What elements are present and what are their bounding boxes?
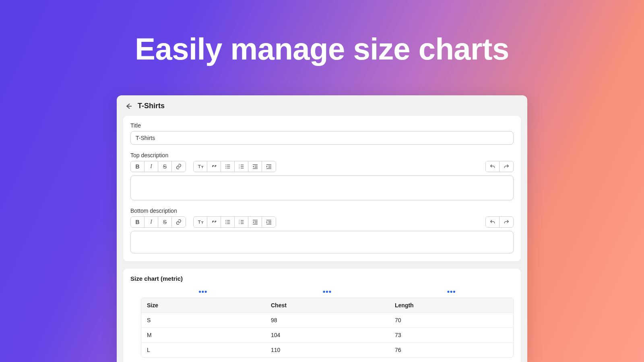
page-header: T-Shirts <box>117 95 527 116</box>
title-field-label: Title <box>130 122 514 129</box>
bottom-description-label: Bottom description <box>130 208 514 214</box>
undo-icon <box>489 163 496 170</box>
cell-chest[interactable]: 110 <box>265 343 389 357</box>
bullet-list-icon <box>225 219 231 225</box>
svg-rect-17 <box>268 166 271 166</box>
redo-button[interactable] <box>500 161 513 172</box>
format-group-inline: B I S <box>130 161 186 172</box>
svg-rect-16 <box>266 165 271 165</box>
size-chart-title: Size chart (metric) <box>130 275 514 282</box>
arrow-left-icon <box>125 102 133 110</box>
redo-icon <box>503 163 510 170</box>
bottom-description-editor[interactable] <box>130 231 514 253</box>
redo-button[interactable] <box>500 217 513 227</box>
svg-point-0 <box>225 165 226 165</box>
svg-point-20 <box>225 220 226 221</box>
svg-rect-31 <box>241 223 244 224</box>
indent-button[interactable] <box>262 217 276 227</box>
col-header-chest: Chest <box>265 298 389 313</box>
row-drag-handle[interactable] <box>141 328 141 342</box>
top-description-editor[interactable] <box>130 175 514 200</box>
cell-size[interactable]: L <box>141 343 265 357</box>
outdent-icon <box>252 219 258 225</box>
numbered-list-button[interactable]: 123 <box>235 217 248 227</box>
table-row: L 110 76 <box>141 343 513 357</box>
cell-size[interactable]: M <box>141 328 265 342</box>
top-description-label: Top description <box>130 152 514 158</box>
indent-icon <box>266 163 272 170</box>
strikethrough-button[interactable]: S <box>158 161 172 172</box>
undo-icon <box>489 219 496 225</box>
history-group <box>485 161 514 172</box>
svg-point-1 <box>225 166 226 167</box>
svg-rect-15 <box>253 169 258 169</box>
bullet-list-button[interactable] <box>221 161 235 172</box>
outdent-button[interactable] <box>248 217 262 227</box>
heading-button[interactable] <box>194 217 207 227</box>
row-drag-handle[interactable] <box>141 313 141 327</box>
undo-button[interactable] <box>486 161 500 172</box>
quote-button[interactable] <box>207 161 221 172</box>
undo-button[interactable] <box>486 217 500 227</box>
quote-icon <box>211 219 217 225</box>
top-desc-toolbar: B I S <box>130 161 514 172</box>
format-group-block: 123 <box>193 216 276 228</box>
size-chart-card: Size chart (metric) ••• ••• ••• Size Che… <box>123 269 521 362</box>
svg-point-22 <box>225 223 226 224</box>
italic-button[interactable]: I <box>144 161 158 172</box>
back-button[interactable] <box>125 102 133 110</box>
numbered-list-icon: 123 <box>238 219 245 225</box>
bullet-list-icon <box>225 163 231 170</box>
cell-chest[interactable]: 98 <box>265 313 389 327</box>
italic-button[interactable]: I <box>144 217 158 227</box>
quote-button[interactable] <box>207 217 221 227</box>
link-icon <box>175 219 182 225</box>
col-header-length: Length <box>389 298 513 313</box>
headline-bold: Easily <box>135 32 222 66</box>
cell-size[interactable]: S <box>141 313 265 327</box>
heading-button[interactable] <box>194 161 207 172</box>
format-group-block: 123 <box>193 161 276 172</box>
svg-point-21 <box>225 222 226 222</box>
col-header-size: Size <box>141 298 265 313</box>
bold-button[interactable]: B <box>131 217 144 227</box>
text-size-icon <box>197 219 204 225</box>
cell-length[interactable]: 76 <box>389 343 513 357</box>
outdent-icon <box>252 163 258 170</box>
promo-headline: Easily manage size charts <box>0 31 644 66</box>
svg-rect-11 <box>241 168 244 168</box>
link-icon <box>175 163 182 170</box>
bullet-list-button[interactable] <box>221 217 235 227</box>
column-menu-length[interactable]: ••• <box>389 288 514 296</box>
table-row: S 98 70 <box>141 313 513 328</box>
column-menu-chest[interactable]: ••• <box>265 288 390 296</box>
svg-rect-36 <box>266 220 271 220</box>
svg-rect-39 <box>266 224 271 224</box>
svg-rect-37 <box>268 221 271 222</box>
cell-length[interactable]: 70 <box>389 313 513 327</box>
row-drag-handle[interactable] <box>141 343 141 357</box>
svg-rect-30 <box>241 222 244 222</box>
details-card: Title Top description B I S <box>123 116 521 261</box>
svg-rect-9 <box>241 165 244 165</box>
cell-chest[interactable]: 104 <box>265 328 389 342</box>
numbered-list-button[interactable]: 123 <box>235 161 248 172</box>
outdent-button[interactable] <box>248 161 262 172</box>
svg-rect-25 <box>227 223 230 224</box>
format-group-inline: B I S <box>130 216 186 228</box>
text-size-icon <box>197 163 204 170</box>
page-title: T-Shirts <box>138 102 165 110</box>
svg-rect-18 <box>268 167 271 167</box>
svg-point-2 <box>225 168 226 169</box>
link-button[interactable] <box>172 161 186 172</box>
column-menu-size[interactable]: ••• <box>141 288 265 296</box>
cell-length[interactable]: 73 <box>389 328 513 342</box>
table-row: M 104 73 <box>141 328 513 343</box>
indent-button[interactable] <box>262 161 276 172</box>
link-button[interactable] <box>172 217 186 227</box>
title-input[interactable] <box>130 131 514 145</box>
strikethrough-button[interactable]: S <box>158 217 172 227</box>
promo-background: Easily manage size charts T-Shirts Title… <box>0 0 644 362</box>
bold-button[interactable]: B <box>131 161 144 172</box>
svg-rect-23 <box>227 220 230 220</box>
